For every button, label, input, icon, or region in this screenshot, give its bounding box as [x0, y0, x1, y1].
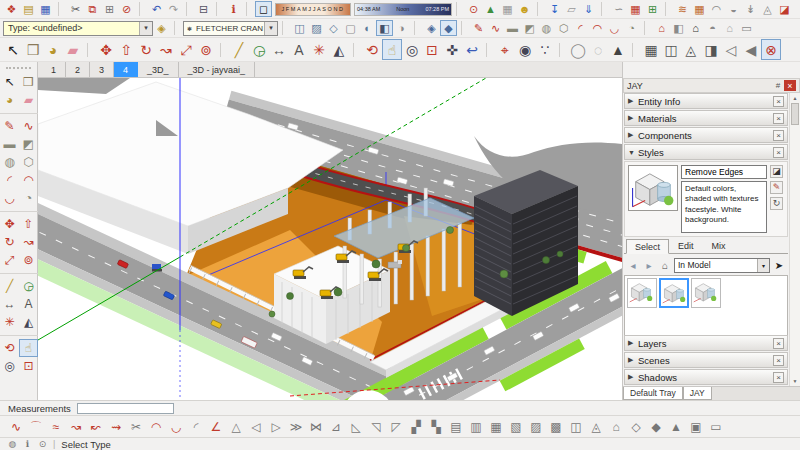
eraser-tool[interactable]: ▰ [19, 91, 38, 109]
frustum-lines[interactable]: ◁ [721, 39, 741, 60]
section-close-icon[interactable]: × [773, 355, 784, 366]
details-arrow-icon[interactable]: ➤ [772, 260, 786, 271]
pan-tool[interactable]: ☝ [382, 39, 402, 60]
follow-me-tool[interactable]: ↝ [19, 233, 38, 251]
corner-round[interactable]: ◜ [186, 417, 206, 436]
arc-tool[interactable]: ◜ [572, 20, 589, 36]
move-tool[interactable]: ✥ [96, 39, 116, 60]
section-close-icon[interactable]: × [773, 372, 784, 383]
cut[interactable]: ✂ [67, 1, 84, 17]
scene-tab-1[interactable]: 1 [42, 62, 66, 77]
loft-right[interactable]: ▷ [266, 417, 286, 436]
style-thumb-3[interactable] [691, 278, 721, 308]
acam-edit[interactable]: ◨ [701, 39, 721, 60]
frustum-faces[interactable]: ◀ [741, 39, 761, 60]
push-pull-tool[interactable]: ⇧ [19, 215, 38, 233]
surface-rows[interactable]: ▤ [446, 417, 466, 436]
select-tool[interactable]: ↖ [0, 73, 19, 91]
new-model[interactable]: ❖ [3, 1, 20, 17]
section-close-icon[interactable]: × [773, 147, 784, 158]
classification-type-dropdown[interactable]: Type: <undefined> ▾ [3, 21, 153, 36]
zoom-window[interactable]: ⊡ [422, 39, 442, 60]
section-styles[interactable]: ▼ Styles × [624, 144, 788, 160]
face-style-shaded[interactable]: ◐ [359, 20, 376, 36]
back-arrow-icon[interactable]: ◂ [626, 258, 640, 272]
position-camera[interactable]: ⌖ [495, 39, 515, 60]
geolocation-icon[interactable]: ◍ [6, 439, 19, 449]
acam-create[interactable]: ▦ [641, 39, 661, 60]
text-tool[interactable]: A [289, 39, 309, 60]
zoom-extents[interactable]: ✜ [442, 39, 462, 60]
curve-smooth[interactable]: ⇝ [106, 417, 126, 436]
save-model[interactable]: ▦ [37, 1, 54, 17]
measurements-input[interactable] [77, 403, 174, 414]
tray-tab-default[interactable]: Default Tray [623, 387, 683, 400]
shadow-date-slider[interactable]: JFMAMJJASOND [275, 3, 351, 16]
house-outline[interactable]: ⌂ [721, 20, 738, 36]
update-style-button[interactable]: ✎ [770, 181, 783, 194]
rectangle-tool[interactable]: ▬ [0, 135, 19, 153]
section-close-icon[interactable]: × [773, 96, 784, 107]
create-style-button[interactable]: ◪ [770, 165, 783, 178]
eraser-tool[interactable]: ▰ [63, 39, 83, 60]
dropdown-arrow-icon[interactable]: ▾ [264, 22, 277, 35]
section-close-icon[interactable]: × [773, 130, 784, 141]
hatch-b[interactable]: ▚ [426, 417, 446, 436]
lasso-select[interactable]: ∽ [610, 1, 627, 17]
model-info[interactable]: ℹ [225, 1, 242, 17]
refresh-style-button[interactable]: ↻ [770, 197, 783, 210]
rotate-tool[interactable]: ↻ [136, 39, 156, 60]
section-shadows[interactable]: ▶ Shadows × [624, 369, 788, 385]
copy[interactable]: ⧉ [84, 1, 101, 17]
bezier-curve[interactable]: ∿ [6, 417, 26, 436]
sandbox-from-contours[interactable]: ≋ [674, 1, 691, 17]
scale-tool[interactable]: ⤢ [176, 39, 196, 60]
wedge-b[interactable]: ◺ [346, 417, 366, 436]
follow-me-tool[interactable]: ↝ [156, 39, 176, 60]
scene-tab-4[interactable]: 4 [114, 62, 138, 77]
weave-tool[interactable]: ⋈ [306, 417, 326, 436]
paint-bucket[interactable]: ◕ [43, 39, 63, 60]
pyramid-tool[interactable]: ▲ [666, 417, 686, 436]
section-close-icon[interactable]: × [773, 113, 784, 124]
styles-tab-select[interactable]: Select [626, 239, 669, 254]
close-icon[interactable]: × [784, 80, 796, 91]
axes-tool[interactable]: ✳ [309, 39, 329, 60]
make-component[interactable]: ❒ [19, 73, 38, 91]
3d-text-tool[interactable]: ◭ [329, 39, 349, 60]
styles-tab-mix[interactable]: Mix [703, 239, 735, 253]
circle-tool[interactable]: ◍ [0, 153, 19, 171]
acam-record[interactable]: ⊗ [761, 39, 781, 60]
make-component[interactable]: ❒ [23, 39, 43, 60]
add-location[interactable]: ⊙ [465, 1, 482, 17]
paste[interactable]: ⊞ [101, 1, 118, 17]
push-pull-tool[interactable]: ⇧ [116, 39, 136, 60]
orbit-tool[interactable]: ⟲ [362, 39, 382, 60]
zoom-tool[interactable]: ◎ [0, 357, 19, 375]
print[interactable]: ⊟ [195, 1, 212, 17]
corner-sharp[interactable]: ∠ [206, 417, 226, 436]
weight-tool[interactable]: ▲ [608, 39, 628, 60]
three-point-arc-tool[interactable]: ◡ [0, 189, 19, 207]
forward-arrow-icon[interactable]: ▸ [642, 258, 656, 272]
acam-swap[interactable]: ◬ [681, 39, 701, 60]
current-style-button[interactable]: ◻ [255, 1, 272, 17]
scroll-down-icon[interactable]: ▼ [790, 376, 800, 386]
rotated-rectangle-tool[interactable]: ◩ [19, 135, 38, 153]
previous-view[interactable]: ↩ [462, 39, 482, 60]
tray-scrollbar[interactable]: ▲ ▼ [789, 93, 800, 386]
offset-tool[interactable]: ⊚ [19, 251, 38, 269]
protractor-tool[interactable]: ◶ [249, 39, 269, 60]
dropdown-arrow-icon[interactable]: ▾ [757, 259, 769, 272]
surface-dense[interactable]: ▩ [546, 417, 566, 436]
loft-left[interactable]: ◁ [246, 417, 266, 436]
orbit-tool[interactable]: ⟲ [0, 339, 19, 357]
3d-text-tool[interactable]: ◭ [19, 313, 38, 331]
rotated-rectangle-tool[interactable]: ◩ [521, 20, 538, 36]
polyline-tool[interactable]: ↝ [66, 417, 86, 436]
bezier-points[interactable]: ⌒ [26, 417, 46, 436]
face-style-wireframe[interactable]: ◇ [325, 20, 342, 36]
panel-tri[interactable]: ◬ [586, 417, 606, 436]
pie-tool[interactable]: ◔ [19, 189, 38, 207]
axes-tool[interactable]: ✳ [0, 313, 19, 331]
